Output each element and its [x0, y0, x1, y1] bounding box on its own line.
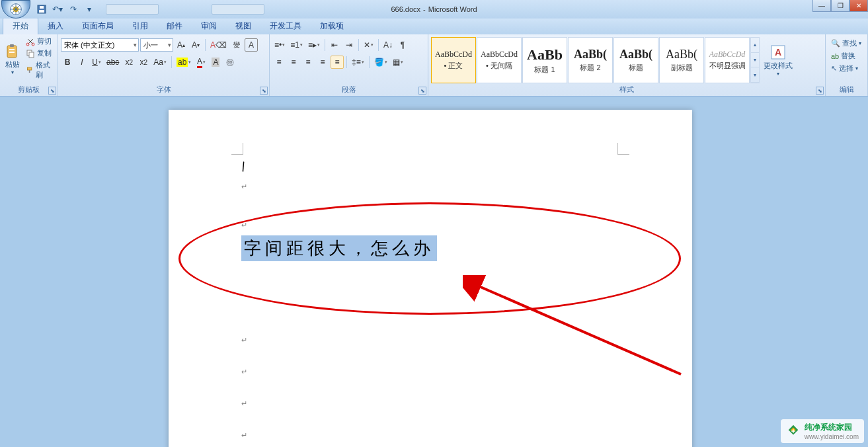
- change-styles-button[interactable]: A 更改样式 ▾: [764, 37, 793, 83]
- gallery-down-button[interactable]: ▾: [751, 53, 759, 68]
- paragraph-dialog-launcher[interactable]: ⬊: [418, 87, 426, 95]
- strike-button[interactable]: abc: [104, 56, 121, 69]
- select-button[interactable]: ↖选择▾: [828, 62, 865, 75]
- style-nospacing[interactable]: AaBbCcDd• 无间隔: [477, 37, 522, 83]
- group-font: 宋体 (中文正文) 小一 A▴ A▾ A⌫ 變 A B I U abc x2 x…: [58, 34, 270, 96]
- tab-developer[interactable]: 开发工具: [260, 18, 311, 34]
- tab-view[interactable]: 视图: [226, 18, 260, 34]
- gallery-more-button[interactable]: ▾: [751, 67, 759, 83]
- distributed-button[interactable]: ≡: [331, 56, 344, 69]
- superscript-button[interactable]: x2: [137, 56, 150, 69]
- annotation-arrow: [463, 275, 688, 381]
- line-spacing-button[interactable]: ‡≡: [350, 56, 366, 69]
- style-subtle-emphasis[interactable]: AaBbCcDd不明显强调: [705, 37, 750, 83]
- paragraph-mark: ↵: [241, 336, 247, 345]
- group-paragraph: ≡• ≡1 ≡▸ ⇤ ⇥ ✕ A↓ ¶ ≡ ≡ ≡ ≡ ≡ ‡≡: [270, 34, 428, 96]
- document-area[interactable]: \ ↵ ↵ ↵ ↵ ↵ ↵ ↵ ↵ ↵ 字间距很大，怎么办: [0, 97, 868, 447]
- align-center-button[interactable]: ≡: [287, 56, 300, 69]
- shading-button[interactable]: 🪣: [372, 56, 389, 69]
- group-label-styles: 样式: [431, 83, 822, 96]
- paragraph-mark: ↵: [241, 183, 247, 191]
- cut-button[interactable]: 剪切: [24, 36, 55, 47]
- svg-line-17: [476, 285, 681, 374]
- tab-review[interactable]: 审阅: [192, 18, 226, 34]
- sort-button[interactable]: A↓: [381, 38, 395, 52]
- circled-char-button[interactable]: ㊕: [223, 56, 237, 69]
- qat-more-icon[interactable]: ▾: [83, 3, 95, 15]
- multilevel-button[interactable]: ≡▸: [306, 38, 322, 52]
- font-size-combo[interactable]: 小一: [140, 38, 173, 52]
- align-left-button[interactable]: ≡: [272, 56, 286, 69]
- font-color-button[interactable]: A: [194, 56, 208, 69]
- format-painter-button[interactable]: 格式刷: [24, 60, 55, 81]
- copy-button[interactable]: 复制: [24, 48, 55, 59]
- group-styles: AaBbCcDd• 正文 AaBbCcDd• 无间隔 AaBb标题 1 AaBb…: [428, 34, 826, 96]
- pinyin-button[interactable]: 變: [230, 38, 243, 52]
- group-label-font: 字体: [61, 83, 266, 96]
- justify-button[interactable]: ≡: [316, 56, 329, 69]
- decrease-indent-button[interactable]: ⇤: [328, 38, 341, 52]
- svg-rect-6: [10, 44, 14, 47]
- taskbar-item[interactable]: [106, 4, 159, 15]
- title-filename: 666.docx: [391, 5, 420, 13]
- title-app: Microsoft Word: [428, 5, 477, 13]
- numbering-button[interactable]: ≡1: [288, 38, 305, 52]
- group-label-paragraph: 段落: [272, 83, 425, 96]
- style-normal[interactable]: AaBbCcDd• 正文: [431, 37, 476, 83]
- minimize-button[interactable]: —: [812, 0, 831, 12]
- redo-icon[interactable]: ↷: [67, 3, 79, 15]
- underline-button[interactable]: U: [90, 56, 103, 69]
- svg-rect-14: [29, 70, 30, 73]
- tab-addins[interactable]: 加载项: [311, 18, 353, 34]
- svg-rect-13: [28, 67, 32, 70]
- svg-rect-8: [9, 52, 15, 53]
- replace-button[interactable]: ab替换: [828, 50, 865, 62]
- bold-button[interactable]: B: [61, 56, 74, 69]
- style-heading1[interactable]: AaBb标题 1: [522, 37, 567, 83]
- show-marks-button[interactable]: ¶: [396, 38, 409, 52]
- change-case-button[interactable]: Aa: [151, 56, 169, 69]
- grow-font-button[interactable]: A▴: [175, 38, 188, 52]
- window-controls: — ❐ ✕: [812, 0, 868, 12]
- borders-button[interactable]: ▦: [391, 56, 405, 69]
- save-icon[interactable]: [36, 3, 48, 15]
- maximize-button[interactable]: ❐: [831, 0, 849, 12]
- bullets-button[interactable]: ≡•: [272, 38, 287, 52]
- clipboard-dialog-launcher[interactable]: ⬊: [48, 87, 56, 95]
- taskbar-item[interactable]: [212, 4, 264, 15]
- find-button[interactable]: 🔍查找▾: [828, 37, 865, 50]
- tab-references[interactable]: 引用: [123, 18, 157, 34]
- close-button[interactable]: ✕: [849, 0, 868, 12]
- tab-mailings[interactable]: 邮件: [157, 18, 192, 34]
- style-title[interactable]: AaBb(标题: [613, 37, 658, 83]
- style-subtitle[interactable]: AaBb(副标题: [659, 37, 704, 83]
- style-heading2[interactable]: AaBb(标题 2: [568, 37, 613, 83]
- paste-button[interactable]: 粘贴 ▾: [3, 36, 22, 83]
- clear-format-button[interactable]: A⌫: [208, 38, 229, 52]
- italic-button[interactable]: I: [75, 56, 89, 69]
- shrink-font-button[interactable]: A▾: [189, 38, 202, 52]
- gallery-up-button[interactable]: ▴: [751, 38, 759, 53]
- highlight-button[interactable]: ab: [175, 56, 193, 69]
- paste-label: 粘贴: [5, 60, 20, 69]
- group-label-editing: 编辑: [828, 83, 865, 96]
- tab-home[interactable]: 开始: [3, 17, 38, 34]
- office-button[interactable]: [1, 0, 30, 19]
- asian-layout-button[interactable]: ✕: [362, 38, 375, 52]
- styles-dialog-launcher[interactable]: ⬊: [816, 87, 824, 95]
- font-dialog-launcher[interactable]: ⬊: [260, 87, 268, 95]
- svg-rect-7: [9, 49, 15, 50]
- increase-indent-button[interactable]: ⇥: [342, 38, 356, 52]
- document-page[interactable]: \ ↵ ↵ ↵ ↵ ↵ ↵ ↵ ↵ ↵ 字间距很大，怎么办: [169, 110, 692, 447]
- subscript-button[interactable]: x2: [122, 56, 136, 69]
- char-border-button[interactable]: A: [245, 38, 258, 52]
- ribbon: 粘贴 ▾ 剪切 复制 格式刷 剪贴板 ⬊ 宋体 (中文正文) 小一 A▴ A▾ …: [0, 34, 868, 97]
- font-name-combo[interactable]: 宋体 (中文正文): [61, 38, 139, 52]
- svg-rect-4: [40, 6, 44, 9]
- tab-pagelayout[interactable]: 页面布局: [73, 18, 123, 34]
- group-editing: 🔍查找▾ ab替换 ↖选择▾ 编辑: [826, 34, 868, 96]
- undo-icon[interactable]: ↶▾: [52, 3, 63, 15]
- align-right-button[interactable]: ≡: [301, 56, 315, 69]
- char-shading-button[interactable]: A: [209, 56, 222, 69]
- tab-insert[interactable]: 插入: [38, 18, 73, 34]
